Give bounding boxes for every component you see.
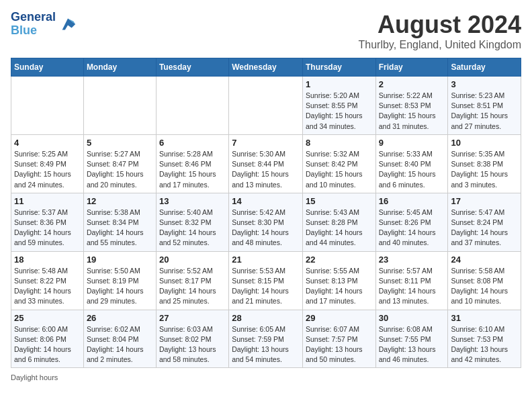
col-header-saturday: Saturday <box>448 58 521 77</box>
day-number: 13 <box>159 196 226 206</box>
calendar-cell: 29Sunrise: 6:07 AM Sunset: 7:57 PM Dayli… <box>302 310 375 368</box>
day-info: Sunrise: 5:55 AM Sunset: 8:13 PM Dayligh… <box>306 266 373 307</box>
day-info: Sunrise: 5:53 AM Sunset: 8:15 PM Dayligh… <box>232 266 300 307</box>
calendar-cell: 11Sunrise: 5:37 AM Sunset: 8:36 PM Dayli… <box>11 193 84 251</box>
day-number: 12 <box>87 196 153 206</box>
day-info: Sunrise: 5:28 AM Sunset: 8:46 PM Dayligh… <box>159 149 226 190</box>
day-info: Sunrise: 5:25 AM Sunset: 8:49 PM Dayligh… <box>14 149 81 190</box>
day-number: 14 <box>232 196 300 206</box>
day-number: 22 <box>306 255 373 265</box>
calendar-cell: 31Sunrise: 6:10 AM Sunset: 7:53 PM Dayli… <box>448 310 521 368</box>
logo-icon <box>58 15 77 34</box>
day-info: Sunrise: 6:03 AM Sunset: 8:02 PM Dayligh… <box>159 324 226 365</box>
col-header-friday: Friday <box>375 58 448 77</box>
day-info: Sunrise: 5:37 AM Sunset: 8:36 PM Dayligh… <box>14 208 81 248</box>
calendar-cell: 2Sunrise: 5:22 AM Sunset: 8:53 PM Daylig… <box>375 77 448 135</box>
day-info: Sunrise: 6:07 AM Sunset: 7:57 PM Dayligh… <box>306 324 373 365</box>
calendar-cell: 17Sunrise: 5:47 AM Sunset: 8:24 PM Dayli… <box>448 193 521 251</box>
day-info: Sunrise: 5:27 AM Sunset: 8:47 PM Dayligh… <box>87 149 153 190</box>
day-number: 27 <box>159 313 226 323</box>
day-number: 9 <box>379 138 445 148</box>
calendar-cell: 6Sunrise: 5:28 AM Sunset: 8:46 PM Daylig… <box>156 134 228 193</box>
day-number: 8 <box>306 138 373 148</box>
day-info: Sunrise: 6:08 AM Sunset: 7:55 PM Dayligh… <box>379 324 445 365</box>
calendar-cell: 14Sunrise: 5:42 AM Sunset: 8:30 PM Dayli… <box>229 193 303 251</box>
calendar-cell: 15Sunrise: 5:43 AM Sunset: 8:28 PM Dayli… <box>302 193 375 251</box>
calendar-cell: 21Sunrise: 5:53 AM Sunset: 8:15 PM Dayli… <box>229 251 303 310</box>
day-info: Sunrise: 5:52 AM Sunset: 8:17 PM Dayligh… <box>159 266 226 307</box>
day-info: Sunrise: 5:58 AM Sunset: 8:08 PM Dayligh… <box>451 266 518 307</box>
calendar-cell: 30Sunrise: 6:08 AM Sunset: 7:55 PM Dayli… <box>375 310 448 368</box>
day-number: 28 <box>232 313 300 323</box>
day-number: 3 <box>451 79 518 89</box>
day-info: Sunrise: 5:43 AM Sunset: 8:28 PM Dayligh… <box>306 208 373 248</box>
day-number: 15 <box>306 196 373 206</box>
calendar-cell: 22Sunrise: 5:55 AM Sunset: 8:13 PM Dayli… <box>302 251 375 310</box>
day-number: 5 <box>87 138 153 148</box>
title-block: August 2024 Thurlby, England, United Kin… <box>358 11 521 51</box>
day-number: 25 <box>14 313 81 323</box>
day-number: 21 <box>232 255 300 265</box>
calendar-cell: 3Sunrise: 5:23 AM Sunset: 8:51 PM Daylig… <box>448 77 521 135</box>
calendar-cell: 16Sunrise: 5:45 AM Sunset: 8:26 PM Dayli… <box>375 193 448 251</box>
day-info: Sunrise: 5:33 AM Sunset: 8:40 PM Dayligh… <box>379 149 445 190</box>
day-number: 17 <box>451 196 518 206</box>
day-info: Sunrise: 5:35 AM Sunset: 8:38 PM Dayligh… <box>451 149 518 190</box>
day-info: Sunrise: 5:32 AM Sunset: 8:42 PM Dayligh… <box>306 149 373 190</box>
calendar-cell: 8Sunrise: 5:32 AM Sunset: 8:42 PM Daylig… <box>302 134 375 193</box>
day-info: Sunrise: 5:40 AM Sunset: 8:32 PM Dayligh… <box>159 208 226 248</box>
col-header-thursday: Thursday <box>302 58 375 77</box>
calendar-cell: 1Sunrise: 5:20 AM Sunset: 8:55 PM Daylig… <box>302 77 375 135</box>
location: Thurlby, England, United Kingdom <box>358 39 521 51</box>
day-number: 19 <box>87 255 153 265</box>
day-number: 24 <box>451 255 518 265</box>
page-header: GeneralBlue August 2024 Thurlby, England… <box>11 11 521 51</box>
calendar-cell: 19Sunrise: 5:50 AM Sunset: 8:19 PM Dayli… <box>83 251 156 310</box>
day-info: Sunrise: 6:05 AM Sunset: 7:59 PM Dayligh… <box>232 324 300 365</box>
day-number: 2 <box>379 79 445 89</box>
col-header-sunday: Sunday <box>11 58 84 77</box>
logo-text: GeneralBlue <box>11 11 56 38</box>
calendar-cell <box>229 77 303 135</box>
logo: GeneralBlue <box>11 11 77 38</box>
col-header-tuesday: Tuesday <box>156 58 228 77</box>
svg-marker-0 <box>62 18 76 30</box>
day-info: Sunrise: 5:23 AM Sunset: 8:51 PM Dayligh… <box>451 91 518 132</box>
day-number: 18 <box>14 255 81 265</box>
calendar-cell: 4Sunrise: 5:25 AM Sunset: 8:49 PM Daylig… <box>11 134 84 193</box>
day-number: 16 <box>379 196 445 206</box>
month-title: August 2024 <box>358 11 521 39</box>
calendar-cell <box>83 77 156 135</box>
day-number: 20 <box>159 255 226 265</box>
calendar-cell <box>156 77 228 135</box>
day-info: Sunrise: 5:30 AM Sunset: 8:44 PM Dayligh… <box>232 149 300 190</box>
calendar-table: SundayMondayTuesdayWednesdayThursdayFrid… <box>11 58 521 368</box>
day-number: 31 <box>451 313 518 323</box>
day-number: 26 <box>87 313 153 323</box>
day-number: 11 <box>14 196 81 206</box>
day-info: Sunrise: 5:48 AM Sunset: 8:22 PM Dayligh… <box>14 266 81 307</box>
day-number: 4 <box>14 138 81 148</box>
day-info: Sunrise: 5:57 AM Sunset: 8:11 PM Dayligh… <box>379 266 445 307</box>
calendar-cell: 24Sunrise: 5:58 AM Sunset: 8:08 PM Dayli… <box>448 251 521 310</box>
calendar-cell: 26Sunrise: 6:02 AM Sunset: 8:04 PM Dayli… <box>83 310 156 368</box>
calendar-cell: 13Sunrise: 5:40 AM Sunset: 8:32 PM Dayli… <box>156 193 228 251</box>
day-number: 7 <box>232 138 300 148</box>
day-number: 30 <box>379 313 445 323</box>
day-info: Sunrise: 5:22 AM Sunset: 8:53 PM Dayligh… <box>379 91 445 132</box>
calendar-cell: 20Sunrise: 5:52 AM Sunset: 8:17 PM Dayli… <box>156 251 228 310</box>
day-info: Sunrise: 6:00 AM Sunset: 8:06 PM Dayligh… <box>14 324 81 365</box>
day-info: Sunrise: 6:02 AM Sunset: 8:04 PM Dayligh… <box>87 324 153 365</box>
footer-note: Daylight hours <box>11 373 521 381</box>
col-header-wednesday: Wednesday <box>229 58 303 77</box>
calendar-cell: 25Sunrise: 6:00 AM Sunset: 8:06 PM Dayli… <box>11 310 84 368</box>
calendar-cell: 10Sunrise: 5:35 AM Sunset: 8:38 PM Dayli… <box>448 134 521 193</box>
day-info: Sunrise: 5:20 AM Sunset: 8:55 PM Dayligh… <box>306 91 373 132</box>
day-number: 1 <box>306 79 373 89</box>
col-header-monday: Monday <box>83 58 156 77</box>
day-number: 10 <box>451 138 518 148</box>
calendar-cell: 18Sunrise: 5:48 AM Sunset: 8:22 PM Dayli… <box>11 251 84 310</box>
day-info: Sunrise: 5:50 AM Sunset: 8:19 PM Dayligh… <box>87 266 153 307</box>
day-info: Sunrise: 5:42 AM Sunset: 8:30 PM Dayligh… <box>232 208 300 248</box>
calendar-cell <box>11 77 84 135</box>
